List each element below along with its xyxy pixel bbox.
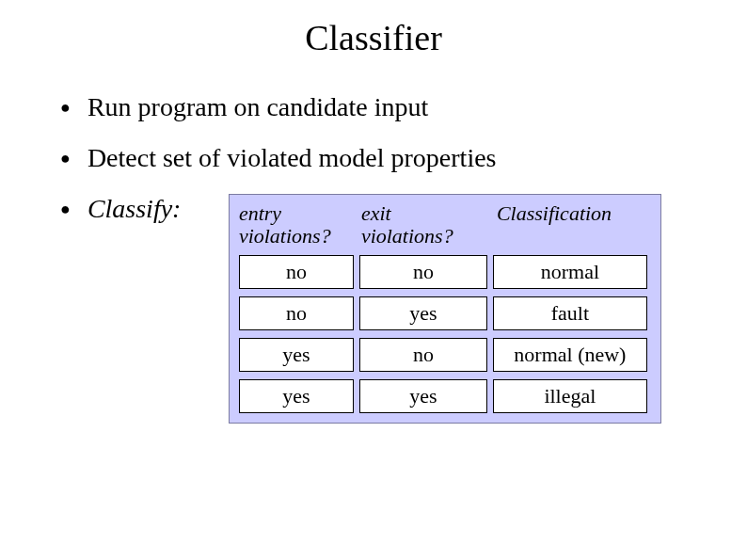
table-row: yes yes illegal bbox=[239, 379, 651, 413]
bullet-text-1: Run program on candidate input bbox=[87, 92, 428, 122]
table-row: yes no normal (new) bbox=[239, 338, 651, 372]
bullet-text-3: Classify: bbox=[87, 194, 200, 224]
bullet-dot-icon: ● bbox=[60, 92, 71, 122]
col-header-entry: entry violations? bbox=[239, 202, 361, 248]
col-header-classification: Classification bbox=[493, 202, 644, 248]
cell-classification: normal (new) bbox=[493, 338, 647, 372]
col-header-exit: exit violations? bbox=[361, 202, 493, 248]
bullet-dot-icon: ● bbox=[60, 194, 71, 224]
cell-entry: yes bbox=[239, 338, 354, 372]
bullet-item-2: ● Detect set of violated model propertie… bbox=[56, 143, 691, 173]
slide-title: Classifier bbox=[0, 0, 747, 58]
header-exit-line2: violations? bbox=[361, 224, 453, 248]
cell-classification: fault bbox=[493, 296, 647, 330]
cell-exit: no bbox=[359, 255, 487, 289]
bullet-dot-icon: ● bbox=[60, 143, 71, 173]
cell-exit: yes bbox=[359, 296, 487, 330]
table-row: no yes fault bbox=[239, 296, 651, 330]
bullet-item-3: ● Classify: entry violations? exit viola… bbox=[56, 194, 691, 424]
cell-exit: yes bbox=[359, 379, 487, 413]
cell-entry: yes bbox=[239, 379, 354, 413]
table-row: no no normal bbox=[239, 255, 651, 289]
cell-classification: illegal bbox=[493, 379, 647, 413]
cell-entry: no bbox=[239, 296, 354, 330]
cell-classification: normal bbox=[493, 255, 647, 289]
bullet-list: ● Run program on candidate input ● Detec… bbox=[56, 92, 691, 424]
classification-table: entry violations? exit violations? Class… bbox=[229, 194, 661, 424]
bullet-item-1: ● Run program on candidate input bbox=[56, 92, 691, 122]
header-exit-line1: exit bbox=[361, 201, 391, 225]
header-entry-line1: entry bbox=[239, 201, 281, 225]
slide-content: ● Run program on candidate input ● Detec… bbox=[0, 58, 747, 424]
header-entry-line2: violations? bbox=[239, 224, 331, 248]
table-header-row: entry violations? exit violations? Class… bbox=[239, 202, 651, 248]
cell-exit: no bbox=[359, 338, 487, 372]
cell-entry: no bbox=[239, 255, 354, 289]
bullet-text-2: Detect set of violated model properties bbox=[87, 143, 497, 173]
